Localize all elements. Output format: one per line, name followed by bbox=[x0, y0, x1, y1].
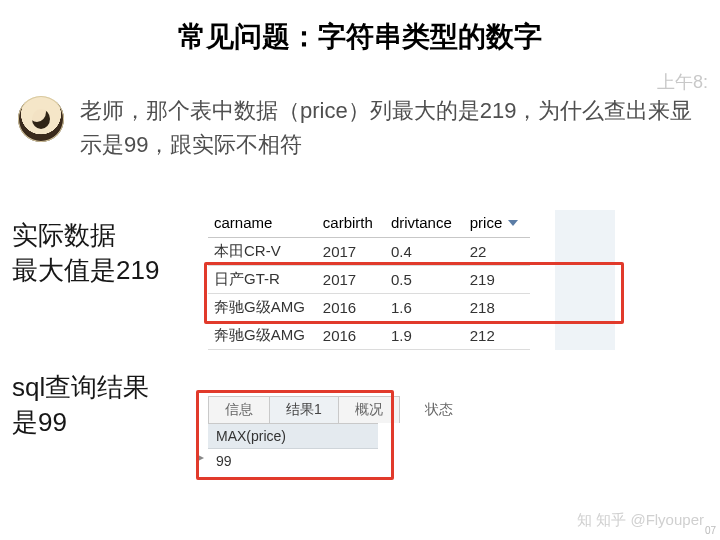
result-tabs: 信息 结果1 概况 状态 bbox=[208, 396, 468, 423]
cell: 0.5 bbox=[385, 266, 464, 294]
table-header-row: carname carbirth drivtance price bbox=[208, 210, 530, 238]
tab-info[interactable]: 信息 bbox=[208, 396, 270, 423]
sort-desc-icon bbox=[508, 220, 518, 226]
col-price-label: price bbox=[470, 214, 503, 231]
table-row[interactable]: 奔驰G级AMG 2016 1.6 218 bbox=[208, 294, 530, 322]
cell: 1.9 bbox=[385, 322, 464, 350]
cell: 2017 bbox=[317, 266, 385, 294]
page-title: 常见问题：字符串类型的数字 bbox=[0, 0, 720, 56]
label-actual: 实际数据 最大值是219 bbox=[12, 218, 159, 288]
avatar bbox=[18, 96, 64, 142]
result-header[interactable]: MAX(price) bbox=[208, 424, 378, 449]
cell: 22 bbox=[464, 238, 531, 266]
cell: 1.6 bbox=[385, 294, 464, 322]
row-marker-icon: ▸ bbox=[198, 450, 204, 464]
result-panel: MAX(price) 99 bbox=[208, 423, 378, 473]
cell: 本田CR-V bbox=[208, 238, 317, 266]
table-row[interactable]: 本田CR-V 2017 0.4 22 bbox=[208, 238, 530, 266]
data-table: carname carbirth drivtance price 本田CR-V … bbox=[208, 210, 530, 350]
cell: 2016 bbox=[317, 294, 385, 322]
cell: 奔驰G级AMG bbox=[208, 294, 317, 322]
price-column-highlight bbox=[555, 210, 615, 350]
label-sql: sql查询结果 是99 bbox=[12, 370, 149, 440]
watermark-text: 知乎 @Flyouper bbox=[596, 511, 704, 528]
col-drivtance[interactable]: drivtance bbox=[385, 210, 464, 238]
cell: 2017 bbox=[317, 238, 385, 266]
label-sql-line1: sql查询结果 bbox=[12, 370, 149, 405]
col-price[interactable]: price bbox=[464, 210, 531, 238]
table-row[interactable]: 日产GT-R 2017 0.5 219 bbox=[208, 266, 530, 294]
tab-result1[interactable]: 结果1 bbox=[269, 396, 339, 423]
tab-summary[interactable]: 概况 bbox=[338, 396, 400, 423]
zhihu-icon: 知 bbox=[577, 512, 592, 528]
col-carname[interactable]: carname bbox=[208, 210, 317, 238]
col-carbirth[interactable]: carbirth bbox=[317, 210, 385, 238]
question-text: 老师，那个表中数据（price）列最大的是219，为什么查出来显示是99，跟实际… bbox=[80, 94, 698, 162]
cell: 219 bbox=[464, 266, 531, 294]
result-value: 99 bbox=[208, 449, 378, 473]
label-actual-line1: 实际数据 bbox=[12, 218, 159, 253]
cell: 212 bbox=[464, 322, 531, 350]
watermark: 知知乎 @Flyouper bbox=[577, 511, 704, 530]
label-sql-line2: 是99 bbox=[12, 405, 149, 440]
page-number: 07 bbox=[705, 525, 716, 536]
cell: 奔驰G级AMG bbox=[208, 322, 317, 350]
label-actual-line2: 最大值是219 bbox=[12, 253, 159, 288]
cell: 0.4 bbox=[385, 238, 464, 266]
timestamp: 上午8: bbox=[657, 70, 708, 94]
table-row[interactable]: 奔驰G级AMG 2016 1.9 212 bbox=[208, 322, 530, 350]
cell: 日产GT-R bbox=[208, 266, 317, 294]
cell: 218 bbox=[464, 294, 531, 322]
cell: 2016 bbox=[317, 322, 385, 350]
tab-status[interactable]: 状态 bbox=[409, 397, 469, 423]
